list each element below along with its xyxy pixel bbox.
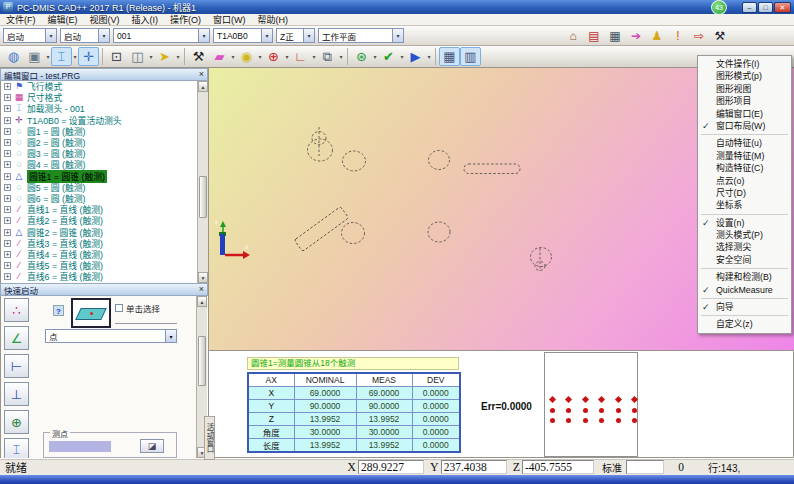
chevron-down-icon[interactable]: ▾ [303,29,314,42]
menu-item[interactable]: 操作(O) [164,13,207,26]
expander-icon[interactable]: + [4,240,11,247]
part-model-icon[interactable]: ⌂ [563,27,583,44]
expander-icon[interactable]: + [4,128,11,135]
context-menu-item[interactable]: 测头模式(P) [699,229,790,241]
context-menu-item[interactable]: 图形模式(p) [699,70,790,82]
chevron-down-icon[interactable]: ▾ [98,29,109,42]
context-menu-item[interactable]: 选择测尖 [699,241,790,253]
probe-icon[interactable]: ⌶ [4,438,29,458]
expander-icon[interactable]: + [4,105,11,112]
measured-points-icon[interactable]: ∴ [4,298,29,322]
comment-icon[interactable]: ⊡ [106,47,127,66]
caliper-icon[interactable]: ⊢ [4,354,29,378]
menu-item[interactable]: 编辑(E) [42,13,84,26]
menu-item[interactable]: 窗口(W) [207,13,252,26]
context-menu-item[interactable]: ✓设置(n) [699,217,790,229]
copy-pattern-icon[interactable]: ⧉ [317,47,338,66]
context-menu-item[interactable]: 安全空间 [699,254,790,266]
context-menu-item[interactable]: 文件操作(I) [699,58,790,70]
toolbar-combobox[interactable]: T1A0B0▾ [213,28,273,43]
expander-icon[interactable]: + [4,273,11,280]
export-excel-icon[interactable]: ⇨ [689,27,709,44]
expander-icon[interactable]: + [4,206,11,213]
scroll-thumb[interactable] [198,336,206,386]
expander-icon[interactable]: + [4,217,11,224]
expander-icon[interactable]: + [4,195,11,202]
menu-item[interactable]: 文件(F) [0,13,42,26]
report-toggle-icon[interactable]: ▦ [439,47,460,66]
confirm-check-icon[interactable]: ✔ [378,47,399,66]
expander-icon[interactable]: + [4,173,11,180]
feature-type-select[interactable]: 点 ▾ [45,329,177,343]
tree-item[interactable]: +∕直线6 = 直线 (触测) [1,271,208,282]
expander-icon[interactable]: + [4,184,11,191]
break-point-icon[interactable]: ! [668,27,688,44]
context-menu-item[interactable]: 坐标系 [699,199,790,211]
menu-item[interactable]: 插入(I) [126,13,165,26]
target-icon[interactable]: ⊕ [4,410,29,434]
context-menu-item[interactable]: 图形视图 [699,83,790,95]
context-menu-item[interactable]: 尺寸(D) [699,187,790,199]
menu-item[interactable]: 帮助(H) [252,13,295,26]
view-button[interactable]: ◪ [140,439,164,453]
toolbar-combobox[interactable]: 001▾ [113,28,210,43]
toolbar-combobox[interactable]: 启动▾ [3,28,57,43]
help-icon[interactable]: ? [53,305,64,316]
expander-icon[interactable]: + [4,150,11,157]
chevron-down-icon[interactable]: ▾ [198,29,209,42]
expander-icon[interactable]: + [4,262,11,269]
alignment-axes-icon[interactable]: ∟ [290,47,311,66]
scroll-down-icon[interactable]: ▼ [198,272,208,283]
context-menu-item[interactable]: 测量特征(M) [699,150,790,162]
menu-item[interactable]: 视图(V) [84,13,126,26]
view-setup-icon[interactable]: ▣ [24,47,45,66]
goto-arrow-icon[interactable]: ➤ [154,47,175,66]
scroll-thumb[interactable] [199,176,207,218]
notification-badge[interactable]: 43 [711,0,727,15]
toolbar-combobox[interactable]: Z正▾ [276,28,315,43]
view-cube-icon[interactable]: ◫ [127,47,148,66]
chevron-down-icon[interactable]: ▾ [261,29,272,42]
simulate-icon[interactable]: ♟ [647,27,667,44]
execute-list-icon[interactable]: ▶ [405,47,426,66]
toolbar-combobox[interactable]: 工作平面▾ [318,28,404,43]
chevron-down-icon[interactable]: ▾ [392,29,403,42]
maximize-button[interactable]: □ [758,2,773,13]
probe-mode-icon[interactable]: ⌶ [51,47,72,66]
report-window-icon[interactable]: ▦ [605,27,625,44]
context-menu-item[interactable]: 构造特征(C) [699,162,790,174]
chevron-down-icon[interactable]: ▾ [45,29,56,42]
close-button[interactable]: ✕ [774,2,791,13]
context-menu-item[interactable]: ✓QuickMeasure [699,284,790,296]
expander-icon[interactable]: + [4,94,11,101]
tree-scrollbar[interactable]: ▲ ▼ [197,81,208,283]
chevron-down-icon[interactable]: ▾ [426,53,432,60]
context-menu-item[interactable]: 图形项目 [699,95,790,107]
expander-icon[interactable]: + [4,229,11,236]
close-icon[interactable]: × [199,70,204,79]
active-window-tab[interactable]: 活动窗口 [204,416,215,460]
checkbox[interactable] [115,304,123,312]
context-menu-item[interactable]: 编辑窗口(E) [699,108,790,120]
close-icon[interactable]: × [199,285,204,294]
context-menu-item[interactable]: ✓窗口布局(W) [699,120,790,132]
expander-icon[interactable]: + [4,117,11,124]
context-menu-item[interactable]: 自动特征(u) [699,137,790,149]
click-select-option[interactable]: 单击选择 [115,302,160,314]
minimize-button[interactable]: – [742,2,757,13]
vector-axes-icon[interactable]: ∠ [4,326,29,350]
probe-sphere-icon[interactable]: ◍ [3,47,24,66]
gauge-icon[interactable]: ⊥ [4,382,29,406]
layout-toggle-icon[interactable]: ▥ [460,47,481,66]
auto-point-icon[interactable]: ⊛ [351,47,372,66]
expander-icon[interactable]: + [4,83,11,90]
expander-icon[interactable]: + [4,161,11,168]
toolbar-combobox[interactable]: 启动▾ [60,28,110,43]
circle-feature-icon[interactable]: ◉ [236,47,257,66]
chevron-down-icon[interactable]: ▾ [165,330,176,342]
context-menu-item[interactable]: ✓向导 [699,301,790,313]
chevron-down-icon[interactable]: ▾ [175,53,181,60]
label-layout-icon[interactable]: ➔ [626,27,646,44]
expander-icon[interactable]: + [4,251,11,258]
scroll-up-icon[interactable]: ▲ [198,81,208,92]
